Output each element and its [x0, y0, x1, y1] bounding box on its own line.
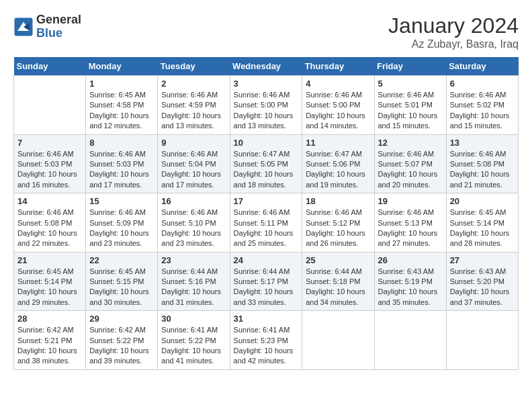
- day-number: 8: [89, 138, 154, 148]
- day-number: 15: [89, 196, 154, 206]
- cell-w1-d6: 13Sunrise: 6:46 AMSunset: 5:08 PMDayligh…: [446, 134, 518, 193]
- day-number: 13: [450, 138, 515, 148]
- day-info: Sunrise: 6:46 AMSunset: 5:08 PMDaylight:…: [450, 149, 515, 191]
- day-info: Sunrise: 6:42 AMSunset: 5:21 PMDaylight:…: [17, 325, 82, 367]
- day-number: 2: [161, 79, 226, 89]
- day-number: 20: [450, 196, 515, 206]
- day-number: 7: [17, 138, 82, 148]
- day-info: Sunrise: 6:46 AMSunset: 5:10 PMDaylight:…: [161, 208, 226, 249]
- header-wednesday: Wednesday: [230, 57, 302, 76]
- day-number: 19: [378, 196, 443, 206]
- day-number: 30: [161, 314, 226, 324]
- day-info: Sunrise: 6:44 AMSunset: 5:17 PMDaylight:…: [234, 267, 299, 308]
- cell-w1-d1: 8Sunrise: 6:46 AMSunset: 5:03 PMDaylight…: [86, 134, 158, 193]
- cell-w2-d1: 15Sunrise: 6:46 AMSunset: 5:09 PMDayligh…: [86, 193, 158, 253]
- day-number: 16: [161, 196, 226, 206]
- day-number: 4: [306, 79, 370, 89]
- day-number: 23: [161, 255, 226, 265]
- day-number: 10: [234, 138, 299, 148]
- cell-w4-d6: [446, 311, 518, 370]
- day-number: 21: [17, 255, 82, 265]
- day-number: 28: [17, 314, 82, 324]
- day-info: Sunrise: 6:46 AMSunset: 5:00 PMDaylight:…: [234, 90, 299, 132]
- day-info: Sunrise: 6:42 AMSunset: 5:22 PMDaylight:…: [89, 325, 154, 367]
- day-info: Sunrise: 6:45 AMSunset: 5:14 PMDaylight:…: [17, 267, 82, 308]
- cell-w3-d1: 22Sunrise: 6:45 AMSunset: 5:15 PMDayligh…: [86, 252, 158, 311]
- day-info: Sunrise: 6:43 AMSunset: 5:20 PMDaylight:…: [450, 267, 515, 308]
- header-saturday: Saturday: [446, 57, 518, 76]
- day-info: Sunrise: 6:46 AMSunset: 5:04 PMDaylight:…: [161, 149, 226, 191]
- header-row: Sunday Monday Tuesday Wednesday Thursday…: [14, 57, 519, 76]
- cell-w4-d3: 31Sunrise: 6:41 AMSunset: 5:23 PMDayligh…: [230, 311, 302, 370]
- day-number: 3: [234, 79, 299, 89]
- cell-w2-d5: 19Sunrise: 6:46 AMSunset: 5:13 PMDayligh…: [374, 193, 446, 253]
- header-sunday: Sunday: [14, 57, 86, 76]
- day-info: Sunrise: 6:47 AMSunset: 5:06 PMDaylight:…: [306, 149, 370, 191]
- day-info: Sunrise: 6:41 AMSunset: 5:22 PMDaylight:…: [161, 325, 226, 367]
- logo: General Blue: [13, 13, 81, 40]
- cell-w4-d0: 28Sunrise: 6:42 AMSunset: 5:21 PMDayligh…: [14, 311, 86, 370]
- cell-w4-d4: [302, 311, 374, 370]
- week-row-0: 1Sunrise: 6:45 AMSunset: 4:58 PMDaylight…: [14, 76, 519, 135]
- day-number: 27: [450, 255, 515, 265]
- cell-w3-d6: 27Sunrise: 6:43 AMSunset: 5:20 PMDayligh…: [446, 252, 518, 311]
- cell-w0-d1: 1Sunrise: 6:45 AMSunset: 4:58 PMDaylight…: [86, 76, 158, 135]
- day-number: 1: [89, 79, 154, 89]
- day-info: Sunrise: 6:46 AMSunset: 5:00 PMDaylight:…: [306, 90, 370, 132]
- logo-blue: Blue: [36, 27, 81, 40]
- cell-w4-d2: 30Sunrise: 6:41 AMSunset: 5:22 PMDayligh…: [158, 311, 230, 370]
- day-info: Sunrise: 6:45 AMSunset: 5:14 PMDaylight:…: [450, 208, 515, 249]
- cell-w3-d0: 21Sunrise: 6:45 AMSunset: 5:14 PMDayligh…: [14, 252, 86, 311]
- title-section: January 2024 Az Zubayr, Basra, Iraq: [388, 13, 519, 50]
- day-info: Sunrise: 6:46 AMSunset: 5:11 PMDaylight:…: [234, 208, 299, 249]
- cell-w1-d3: 10Sunrise: 6:47 AMSunset: 5:05 PMDayligh…: [230, 134, 302, 193]
- day-info: Sunrise: 6:43 AMSunset: 5:19 PMDaylight:…: [378, 267, 443, 308]
- day-info: Sunrise: 6:46 AMSunset: 4:59 PMDaylight:…: [161, 90, 226, 132]
- day-number: 9: [161, 138, 226, 148]
- day-number: 31: [234, 314, 299, 324]
- calendar-subtitle: Az Zubayr, Basra, Iraq: [388, 38, 519, 50]
- calendar-body: 1Sunrise: 6:45 AMSunset: 4:58 PMDaylight…: [14, 76, 519, 370]
- cell-w2-d4: 18Sunrise: 6:46 AMSunset: 5:12 PMDayligh…: [302, 193, 374, 253]
- week-row-1: 7Sunrise: 6:46 AMSunset: 5:03 PMDaylight…: [14, 134, 519, 193]
- day-number: 6: [450, 79, 515, 89]
- calendar-title: January 2024: [388, 13, 519, 38]
- day-number: 26: [378, 255, 443, 265]
- day-info: Sunrise: 6:46 AMSunset: 5:08 PMDaylight:…: [17, 208, 82, 249]
- week-row-3: 21Sunrise: 6:45 AMSunset: 5:14 PMDayligh…: [14, 252, 519, 311]
- day-info: Sunrise: 6:47 AMSunset: 5:05 PMDaylight:…: [234, 149, 299, 191]
- day-number: 25: [306, 255, 370, 265]
- day-number: 18: [306, 196, 370, 206]
- day-info: Sunrise: 6:46 AMSunset: 5:01 PMDaylight:…: [378, 90, 443, 132]
- header-thursday: Thursday: [302, 57, 374, 76]
- day-number: 11: [306, 138, 370, 148]
- cell-w0-d6: 6Sunrise: 6:46 AMSunset: 5:02 PMDaylight…: [446, 76, 518, 135]
- day-info: Sunrise: 6:46 AMSunset: 5:09 PMDaylight:…: [89, 208, 154, 249]
- day-number: 29: [89, 314, 154, 324]
- day-number: 17: [234, 196, 299, 206]
- cell-w3-d3: 24Sunrise: 6:44 AMSunset: 5:17 PMDayligh…: [230, 252, 302, 311]
- cell-w2-d6: 20Sunrise: 6:45 AMSunset: 5:14 PMDayligh…: [446, 193, 518, 253]
- cell-w0-d3: 3Sunrise: 6:46 AMSunset: 5:00 PMDaylight…: [230, 76, 302, 135]
- cell-w1-d0: 7Sunrise: 6:46 AMSunset: 5:03 PMDaylight…: [14, 134, 86, 193]
- calendar-table: Sunday Monday Tuesday Wednesday Thursday…: [13, 57, 519, 370]
- day-info: Sunrise: 6:46 AMSunset: 5:13 PMDaylight:…: [378, 208, 443, 249]
- day-info: Sunrise: 6:44 AMSunset: 5:16 PMDaylight:…: [161, 267, 226, 308]
- day-info: Sunrise: 6:46 AMSunset: 5:03 PMDaylight:…: [89, 149, 154, 191]
- logo-general: General: [36, 13, 81, 27]
- header-monday: Monday: [86, 57, 158, 76]
- cell-w1-d4: 11Sunrise: 6:47 AMSunset: 5:06 PMDayligh…: [302, 134, 374, 193]
- cell-w3-d5: 26Sunrise: 6:43 AMSunset: 5:19 PMDayligh…: [374, 252, 446, 311]
- header-friday: Friday: [374, 57, 446, 76]
- calendar-header: Sunday Monday Tuesday Wednesday Thursday…: [14, 57, 519, 76]
- day-info: Sunrise: 6:45 AMSunset: 5:15 PMDaylight:…: [89, 267, 154, 308]
- week-row-4: 28Sunrise: 6:42 AMSunset: 5:21 PMDayligh…: [14, 311, 519, 370]
- day-info: Sunrise: 6:46 AMSunset: 5:03 PMDaylight:…: [17, 149, 82, 191]
- day-number: 22: [89, 255, 154, 265]
- cell-w4-d5: [374, 311, 446, 370]
- cell-w4-d1: 29Sunrise: 6:42 AMSunset: 5:22 PMDayligh…: [86, 311, 158, 370]
- day-info: Sunrise: 6:46 AMSunset: 5:07 PMDaylight:…: [378, 149, 443, 191]
- cell-w1-d2: 9Sunrise: 6:46 AMSunset: 5:04 PMDaylight…: [158, 134, 230, 193]
- cell-w0-d0: [14, 76, 86, 135]
- day-info: Sunrise: 6:44 AMSunset: 5:18 PMDaylight:…: [306, 267, 370, 308]
